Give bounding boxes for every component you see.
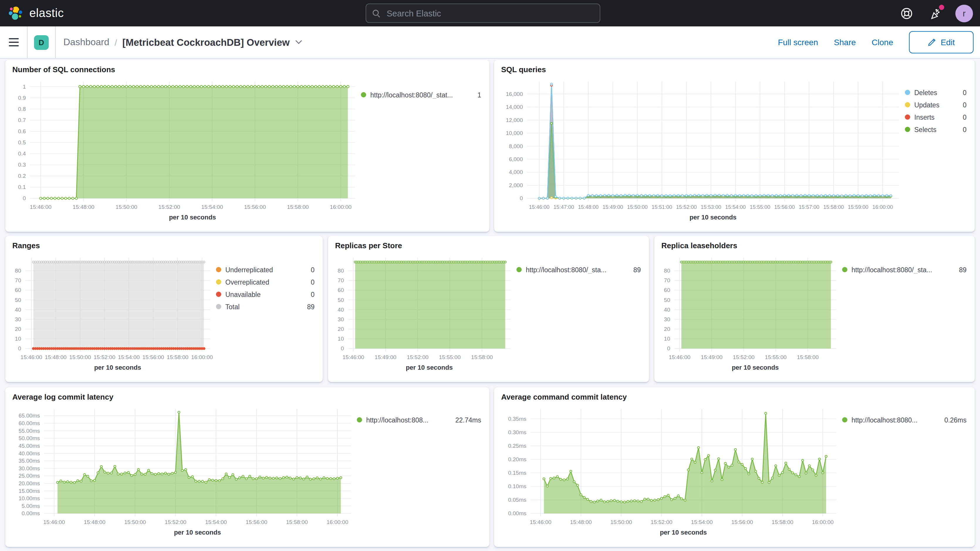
svg-text:15:58:00: 15:58:00	[471, 354, 493, 360]
notification-badge	[939, 5, 944, 10]
user-avatar[interactable]: r	[955, 5, 973, 22]
chart-canvas-avg-log-commit-latency[interactable]: 0.00ms5.00ms10.00ms15.00ms20.00ms25.00ms…	[8, 402, 357, 539]
svg-text:0: 0	[340, 346, 344, 352]
svg-text:0.30ms: 0.30ms	[508, 429, 527, 435]
svg-text:0.00ms: 0.00ms	[22, 510, 40, 516]
chart-title-sql-queries[interactable]: SQL queries	[494, 60, 975, 75]
svg-text:10: 10	[15, 336, 21, 342]
help-button[interactable]	[899, 6, 914, 21]
svg-text:0.10ms: 0.10ms	[508, 483, 527, 489]
svg-text:15:47:00: 15:47:00	[554, 204, 574, 210]
svg-text:15:46:00: 15:46:00	[30, 204, 52, 210]
chart-title-avg-command-commit-latency[interactable]: Average command commit latency	[494, 387, 975, 402]
legend-item[interactable]: Updates0	[905, 99, 967, 111]
legend-label: Underreplicated	[225, 266, 303, 273]
legend-label: Selects	[914, 126, 955, 133]
svg-text:50: 50	[338, 297, 344, 303]
legend-item[interactable]: Selects0	[905, 123, 967, 135]
divider	[55, 26, 56, 58]
share-button[interactable]: Share	[834, 38, 856, 47]
legend-label: Unavailable	[225, 291, 303, 298]
page-title[interactable]: [Metricbeat CockroachDB] Overview	[123, 37, 302, 48]
clone-button[interactable]: Clone	[872, 38, 893, 47]
svg-text:1: 1	[22, 84, 26, 90]
legend-item[interactable]: Total89	[216, 301, 315, 313]
panel-sql-queries: SQL queries02,0004,0006,0008,00010,00012…	[494, 60, 975, 232]
legend-label: http://localhost:8080...	[851, 416, 937, 424]
chart-canvas-sql-queries[interactable]: 02,0004,0006,0008,00010,00012,00014,0001…	[496, 75, 905, 224]
svg-text:0.4: 0.4	[18, 151, 26, 157]
chart-canvas-avg-command-commit-latency[interactable]: 0.00ms0.05ms0.10ms0.15ms0.20ms0.25ms0.30…	[496, 402, 842, 539]
legend-item[interactable]: Overreplicated0	[216, 276, 315, 288]
legend-replicas-per-store: http://localhost:8080/_sta...89	[516, 263, 643, 276]
svg-text:15:52:00: 15:52:00	[651, 519, 673, 525]
svg-text:15:48:00: 15:48:00	[73, 204, 94, 210]
legend-value: 22.74ms	[455, 416, 481, 424]
top-header-bar: elastic r	[0, 0, 980, 26]
chart-canvas-ranges[interactable]: 0102030405060708015:46:0015:48:0015:50:0…	[8, 250, 216, 374]
svg-text:0.6: 0.6	[18, 128, 26, 134]
svg-text:15:58:00: 15:58:00	[823, 204, 844, 210]
full-screen-button[interactable]: Full screen	[778, 38, 818, 47]
legend-value: 1	[477, 91, 481, 98]
legend-item[interactable]: Deletes0	[905, 86, 967, 99]
svg-text:60: 60	[15, 287, 21, 293]
svg-text:20.00ms: 20.00ms	[19, 480, 40, 486]
panel-avg-command-commit-latency: Average command commit latency0.00ms0.05…	[494, 387, 975, 547]
legend-swatch	[216, 279, 221, 285]
svg-text:15:58:00: 15:58:00	[286, 519, 308, 525]
legend-value: 0.26ms	[945, 416, 967, 424]
svg-text:15:46:00: 15:46:00	[43, 519, 65, 525]
svg-text:70: 70	[338, 277, 344, 283]
svg-text:70: 70	[664, 277, 670, 283]
svg-text:20: 20	[15, 326, 21, 332]
legend-item[interactable]: Unavailable0	[216, 288, 315, 301]
chart-title-sql-connections[interactable]: Number of SQL connections	[5, 60, 489, 75]
chart-title-replica-leaseholders[interactable]: Replica leaseholders	[654, 236, 975, 250]
space-badge[interactable]: D	[34, 35, 49, 49]
chart-title-ranges[interactable]: Ranges	[5, 236, 323, 250]
legend-item[interactable]: http://localhost:8080...0.26ms	[842, 414, 967, 426]
hamburger-icon	[8, 38, 19, 46]
chart-canvas-replicas-per-store[interactable]: 0102030405060708015:46:0015:49:0015:52:0…	[330, 250, 516, 374]
legend-item[interactable]: http://localhost:8080/_stat...1	[361, 89, 481, 101]
dashboard-grid: Number of SQL connections00.10.20.30.40.…	[0, 58, 980, 551]
svg-text:0: 0	[18, 346, 21, 352]
legend-item[interactable]: http://localhost:8080/_sta...89	[516, 263, 641, 276]
svg-text:15:52:00: 15:52:00	[158, 204, 180, 210]
svg-text:0.00ms: 0.00ms	[508, 510, 527, 516]
chart-title-replicas-per-store[interactable]: Replicas per Store	[328, 236, 649, 250]
chart-canvas-replica-leaseholders[interactable]: 0102030405060708015:46:0015:49:0015:52:0…	[657, 250, 842, 374]
svg-text:60: 60	[338, 287, 344, 293]
menu-button[interactable]	[0, 26, 27, 58]
svg-text:15:50:00: 15:50:00	[69, 354, 91, 360]
legend-item[interactable]: http://localhost:8080/_sta...89	[842, 263, 967, 276]
legend-label: Updates	[914, 101, 955, 108]
svg-text:50: 50	[664, 297, 670, 303]
legend-item[interactable]: Underreplicated0	[216, 263, 315, 276]
newsfeed-button[interactable]	[927, 6, 942, 21]
elastic-logo[interactable]: elastic	[0, 5, 64, 21]
legend-item[interactable]: http://localhost:808...22.74ms	[357, 414, 481, 426]
breadcrumb-dashboard[interactable]: Dashboard	[64, 37, 110, 48]
legend-value: 0	[311, 291, 315, 298]
panel-ranges: Ranges0102030405060708015:46:0015:48:001…	[5, 236, 323, 382]
svg-text:20: 20	[664, 326, 670, 332]
legend-label: Deletes	[914, 89, 955, 96]
svg-text:0.25ms: 0.25ms	[508, 443, 527, 449]
edit-button[interactable]: Edit	[909, 31, 974, 53]
svg-text:5.00ms: 5.00ms	[22, 503, 40, 509]
chart-canvas-sql-connections[interactable]: 00.10.20.30.40.50.60.70.80.9115:46:0015:…	[8, 75, 361, 224]
svg-text:0: 0	[667, 346, 670, 352]
svg-text:15:49:00: 15:49:00	[375, 354, 396, 360]
legend-item[interactable]: Inserts0	[905, 111, 967, 123]
global-search[interactable]	[366, 3, 600, 23]
chart-title-avg-log-commit-latency[interactable]: Average log commit latency	[5, 387, 489, 402]
svg-text:15:56:00: 15:56:00	[731, 519, 753, 525]
legend-swatch	[905, 115, 910, 120]
search-input[interactable]	[385, 8, 594, 19]
divider	[27, 26, 27, 58]
pencil-icon	[928, 38, 936, 46]
svg-text:30.00ms: 30.00ms	[19, 465, 40, 471]
legend-sql-queries: Deletes0Updates0Inserts0Selects0	[905, 86, 969, 135]
